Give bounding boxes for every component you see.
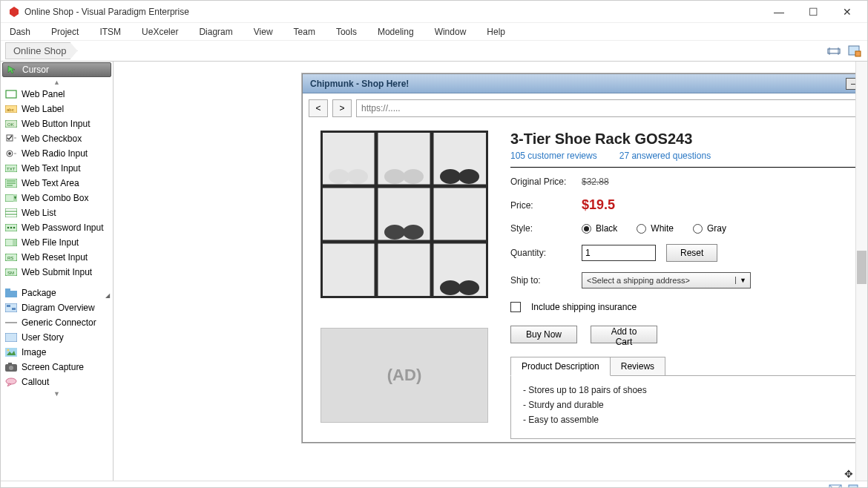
palette-scroll-down[interactable]: ▼ — [1, 389, 113, 398]
panel-icon — [5, 89, 17, 99]
svg-point-28 — [7, 227, 10, 229]
ad-placeholder: (AD) — [320, 328, 488, 423]
toolbar-icon-1[interactable] — [826, 43, 842, 59]
menu-help[interactable]: Help — [487, 27, 505, 37]
palette-web-radio[interactable]: Web Radio Input — [1, 146, 113, 161]
menu-itsm[interactable]: ITSM — [99, 27, 121, 37]
palette-web-button[interactable]: OKWeb Button Input — [1, 116, 113, 131]
mail-icon[interactable] — [829, 484, 842, 489]
svg-point-64 — [403, 225, 424, 240]
list-icon — [5, 208, 17, 218]
svg-rect-51 — [320, 131, 488, 298]
reviews-link[interactable]: 105 customer reviews — [510, 151, 597, 161]
palette-screen-capture[interactable]: Screen Capture — [1, 360, 113, 375]
breadcrumb-tab[interactable]: Online Shop — [5, 42, 78, 59]
orig-price-value: $32.88 — [582, 177, 609, 187]
palette-web-password[interactable]: Web Password Input — [1, 220, 113, 235]
menu-dash[interactable]: Dash — [10, 27, 30, 37]
palette-cursor[interactable]: Cursor — [2, 62, 111, 77]
file-icon — [5, 237, 17, 248]
style-radio-gray[interactable]: Gray — [693, 223, 726, 234]
qty-label: Quantity: — [510, 248, 571, 258]
ship-select-value: <Select a shipping address> — [582, 276, 735, 285]
palette-diagram-overview[interactable]: Diagram Overview — [1, 300, 113, 315]
move-handle-icon[interactable]: ✥ — [843, 468, 855, 480]
palette-web-list[interactable]: Web List — [1, 205, 113, 220]
statusbar — [1, 481, 867, 488]
wireframe-browser-window[interactable]: Chipmunk - Shop Here! — ☐ ✕ < > GO — [302, 73, 855, 443]
window-title: Online Shop - Visual Paradigm Enterprise — [24, 7, 762, 17]
palette-package[interactable]: Package◢ — [1, 286, 113, 300]
window-titlebar: Online Shop - Visual Paradigm Enterprise… — [1, 1, 867, 23]
palette-scroll-up[interactable]: ▲ — [1, 78, 113, 87]
vertical-scrollbar[interactable] — [855, 62, 867, 481]
wireframe-forward-button[interactable]: > — [332, 99, 352, 117]
palette-web-panel[interactable]: Web Panel — [1, 87, 113, 102]
questions-link[interactable]: 27 answered questions — [619, 151, 711, 161]
svg-point-58 — [347, 169, 368, 184]
ship-select[interactable]: <Select a shipping address> ▼ — [582, 272, 751, 288]
divider — [510, 167, 855, 168]
toolbar-icon-2[interactable] — [846, 43, 863, 59]
connector-icon — [5, 317, 17, 328]
app-logo-icon — [8, 6, 20, 18]
product-tabs: Product Description Reviews — [510, 357, 855, 376]
menu-tools[interactable]: Tools — [336, 27, 357, 37]
svg-marker-0 — [10, 7, 19, 17]
style-label: Style: — [510, 223, 571, 234]
svg-point-29 — [10, 227, 13, 229]
reset-button[interactable]: Reset — [666, 244, 717, 262]
scrollbar-thumb[interactable] — [857, 251, 867, 284]
minimize-button[interactable]: — — [762, 1, 796, 22]
reset-icon: RS — [5, 252, 17, 263]
menu-project[interactable]: Project — [51, 27, 79, 37]
menu-view[interactable]: View — [254, 27, 273, 37]
style-radio-white[interactable]: White — [637, 223, 674, 234]
wireframe-back-button[interactable]: < — [309, 99, 328, 117]
textinput-icon: TXT — [5, 163, 17, 174]
menubar: Dash Project ITSM UeXceler Diagram View … — [1, 23, 867, 41]
note-icon[interactable] — [848, 484, 861, 489]
svg-text:OK: OK — [7, 122, 14, 127]
palette-callout[interactable]: Callout — [1, 375, 113, 389]
style-radio-black[interactable]: Black — [582, 223, 617, 234]
close-button[interactable]: ✕ — [830, 1, 864, 22]
palette-web-label[interactable]: abcWeb Label — [1, 102, 113, 116]
palette-connector[interactable]: Generic Connector — [1, 315, 113, 330]
menu-uexceler[interactable]: UeXceler — [142, 27, 178, 37]
palette-web-submit[interactable]: SMWeb Submit Input — [1, 265, 113, 280]
svg-rect-6 — [6, 90, 16, 98]
maximize-button[interactable]: ☐ — [796, 1, 830, 22]
menu-modeling[interactable]: Modeling — [378, 27, 414, 37]
palette-web-checkbox[interactable]: Web Checkbox — [1, 131, 113, 146]
tab-reviews[interactable]: Reviews — [610, 357, 665, 376]
menu-window[interactable]: Window — [435, 27, 467, 37]
diagram-canvas[interactable]: Chipmunk - Shop Here! — ☐ ✕ < > GO — [114, 62, 855, 481]
palette-web-textarea[interactable]: Web Text Area — [1, 176, 113, 191]
add-to-cart-button[interactable]: Add to Cart — [591, 326, 657, 343]
palette-web-combo[interactable]: Web Combo Box — [1, 191, 113, 205]
svg-point-61 — [440, 169, 461, 184]
callout-icon — [5, 377, 17, 387]
menu-diagram[interactable]: Diagram — [199, 27, 232, 37]
buy-now-button[interactable]: Buy Now — [510, 326, 577, 343]
menu-team[interactable]: Team — [294, 27, 315, 37]
insurance-checkbox[interactable] — [510, 302, 521, 312]
package-icon — [5, 288, 17, 298]
checkbox-icon — [5, 133, 17, 144]
tab-description[interactable]: Product Description — [510, 357, 611, 376]
wireframe-url-input[interactable] — [356, 99, 855, 117]
qty-input[interactable] — [582, 245, 656, 261]
palette-user-story[interactable]: User Story — [1, 330, 113, 345]
svg-point-66 — [458, 280, 479, 295]
palette-web-reset[interactable]: RSWeb Reset Input — [1, 250, 113, 265]
palette-web-textinput[interactable]: TXTWeb Text Input — [1, 161, 113, 176]
svg-point-48 — [9, 366, 13, 370]
tool-palette: Cursor ▲ Web Panel abcWeb Label OKWeb Bu… — [1, 62, 114, 481]
insurance-label: Include shipping insurance — [531, 302, 637, 312]
wireframe-minimize-button[interactable]: — — [846, 78, 855, 90]
palette-web-file[interactable]: Web File Input — [1, 235, 113, 250]
palette-image[interactable]: Image — [1, 345, 113, 360]
svg-text:SM: SM — [7, 271, 14, 275]
svg-text:abc: abc — [7, 108, 14, 112]
